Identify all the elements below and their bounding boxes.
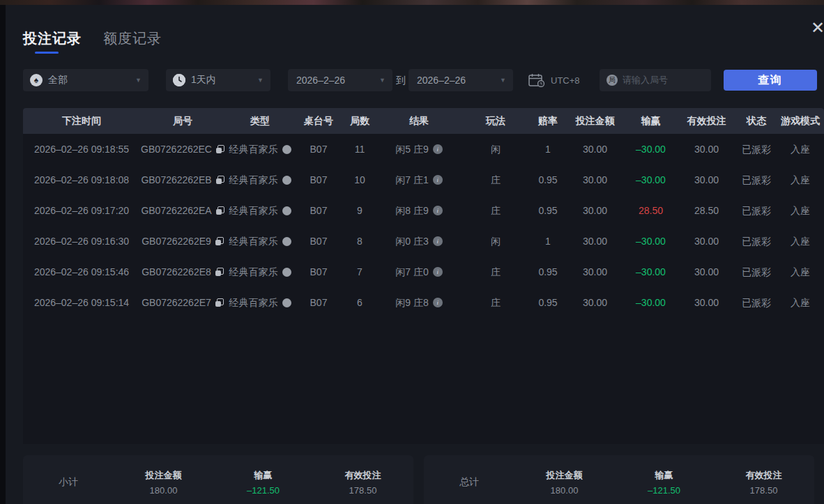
total-title: 总计: [424, 476, 514, 489]
cell-rounds: 8: [342, 226, 377, 257]
copy-icon[interactable]: [215, 298, 224, 307]
query-button[interactable]: 查询: [724, 70, 817, 91]
col-header-odds: 赔率: [531, 108, 565, 134]
cell-table-no: B07: [295, 165, 342, 195]
cell-rounds: 6: [342, 287, 377, 318]
total-bet-amount: 投注金额 180.00: [514, 469, 614, 496]
table-row[interactable]: 2026–02–26 09:15:46 GB07262262E8 经典百家乐 B…: [23, 257, 824, 287]
col-header-valid-bet: 有效投注: [677, 108, 736, 134]
cell-valid-bet: 30.00: [677, 134, 736, 165]
cell-win-loss: –30.00: [625, 287, 677, 318]
cell-table-no: B07: [295, 195, 342, 226]
table-row[interactable]: 2026–02–26 09:17:20 GB07262262EA 经典百家乐 B…: [23, 195, 824, 226]
cell-status: 已派彩: [736, 195, 777, 226]
col-header-result: 结果: [377, 108, 461, 134]
copy-icon[interactable]: [215, 237, 224, 245]
info-icon[interactable]: i: [433, 298, 443, 307]
cell-bet-time: 2026–02–26 09:16:30: [23, 226, 140, 257]
cell-bet-time: 2026–02–26 09:15:14: [23, 287, 140, 318]
subtotal-card: 小计 投注金额 180.00 输赢 –121.50 有效投注 178.50: [23, 455, 413, 504]
date-from-value: 2026–2–26: [296, 75, 345, 86]
cell-status: 已派彩: [736, 165, 777, 195]
cell-bet-amount: 30.00: [565, 226, 625, 257]
col-header-type: 类型: [225, 108, 295, 134]
table-row[interactable]: 2026–02–26 09:16:30 GB07262262E9 经典百家乐 B…: [23, 226, 824, 257]
cell-game-mode: 入座: [777, 195, 824, 226]
cell-table-no: B07: [295, 257, 342, 287]
cell-play: 庄: [461, 165, 531, 195]
cell-win-loss: –30.00: [625, 165, 677, 195]
copy-icon[interactable]: [215, 268, 224, 276]
total-win-loss: 输赢 –121.50: [614, 469, 714, 496]
col-header-bet-time: 下注时间: [23, 108, 140, 134]
col-header-bet-amount: 投注金额: [565, 108, 625, 134]
cell-game-mode: 入座: [777, 165, 824, 195]
date-to-value: 2026–2–26: [417, 75, 466, 86]
cell-game-mode: 入座: [777, 226, 824, 257]
cell-game-type: 经典百家乐: [225, 257, 295, 287]
table-body: 2026–02–26 09:18:55 GB07262262EC 经典百家乐 B…: [23, 134, 824, 318]
round-id-search-input[interactable]: 局 请输入局号: [600, 69, 711, 91]
active-tab-underline: [35, 52, 59, 54]
game-type-badge-icon: [282, 237, 291, 246]
cell-bet-amount: 30.00: [565, 195, 625, 226]
table-row[interactable]: 2026–02–26 09:15:14 GB07262262E7 经典百家乐 B…: [23, 287, 824, 318]
copy-icon[interactable]: [216, 145, 224, 153]
tab-betting-records[interactable]: 投注记录: [23, 29, 82, 48]
table-row[interactable]: 2026–02–26 09:18:55 GB07262262EC 经典百家乐 B…: [23, 134, 824, 165]
cell-game-mode: 入座: [777, 134, 824, 165]
timezone-indicator: UTC+8: [528, 69, 580, 91]
cell-game-mode: 入座: [777, 287, 824, 318]
copy-icon[interactable]: [216, 206, 224, 215]
betting-records-modal: ✕ 投注记录 额度记录 ♠ 全部 ▼ 1天内 ▼ 2026–2–26 ▼ 到 2…: [0, 0, 824, 504]
cell-round-id: GB07262262E9: [140, 226, 225, 257]
cell-status: 已派彩: [736, 287, 777, 318]
cell-bet-time: 2026–02–26 09:18:55: [23, 134, 140, 165]
cell-status: 已派彩: [736, 226, 777, 257]
col-header-win-loss: 输赢: [625, 108, 677, 134]
info-icon[interactable]: i: [433, 236, 443, 246]
cell-win-loss: –30.00: [625, 134, 677, 165]
cell-valid-bet: 30.00: [677, 226, 736, 257]
info-icon[interactable]: i: [433, 144, 443, 154]
game-type-badge-icon: [282, 176, 291, 185]
cell-bet-time: 2026–02–26 09:17:20: [23, 195, 140, 226]
chevron-down-icon: ▼: [135, 77, 142, 84]
cell-bet-amount: 30.00: [565, 134, 625, 165]
cell-result: 闲7 庄0 i: [377, 257, 461, 287]
cell-rounds: 10: [342, 165, 377, 195]
cell-odds: 1: [531, 134, 565, 165]
close-icon[interactable]: ✕: [809, 19, 824, 37]
game-type-dropdown[interactable]: ♠ 全部 ▼: [23, 69, 148, 91]
date-to-dropdown[interactable]: 2026–2–26 ▼: [409, 69, 513, 91]
cell-game-type: 经典百家乐: [225, 134, 295, 165]
tab-quota-records[interactable]: 额度记录: [103, 29, 162, 48]
cell-bet-amount: 30.00: [565, 257, 625, 287]
col-header-round-id: 局号: [140, 108, 225, 134]
table-row[interactable]: 2026–02–26 09:18:08 GB07262262EB 经典百家乐 B…: [23, 165, 824, 195]
cell-odds: 0.95: [531, 287, 565, 318]
cell-play: 庄: [461, 257, 531, 287]
time-range-dropdown[interactable]: 1天内 ▼: [166, 69, 270, 91]
col-header-rounds: 局数: [342, 108, 377, 134]
cell-round-id: GB07262262EA: [140, 195, 225, 226]
subtotal-title: 小计: [23, 476, 114, 489]
cell-bet-time: 2026–02–26 09:18:08: [23, 165, 140, 195]
cell-table-no: B07: [295, 226, 342, 257]
cell-status: 已派彩: [736, 134, 777, 165]
date-from-dropdown[interactable]: 2026–2–26 ▼: [288, 69, 392, 91]
cell-result: 闲9 庄8 i: [377, 287, 461, 318]
total-valid-bet: 有效投注 178.50: [714, 469, 814, 496]
chevron-down-icon: ▼: [257, 77, 264, 84]
info-icon[interactable]: i: [433, 175, 443, 185]
cell-round-id: GB07262262E7: [140, 287, 225, 318]
info-icon[interactable]: i: [433, 206, 443, 215]
info-icon[interactable]: i: [433, 267, 443, 277]
copy-icon[interactable]: [216, 176, 224, 184]
cell-odds: 1: [531, 226, 565, 257]
cell-result: 闲7 庄1 i: [377, 165, 461, 195]
cell-odds: 0.95: [531, 165, 565, 195]
cell-table-no: B07: [295, 134, 342, 165]
cell-win-loss: 28.50: [625, 195, 677, 226]
table-header-row: 下注时间 局号 类型 桌台号 局数 结果 玩法 赔率 投注金额 输赢 有效投注 …: [23, 108, 824, 134]
